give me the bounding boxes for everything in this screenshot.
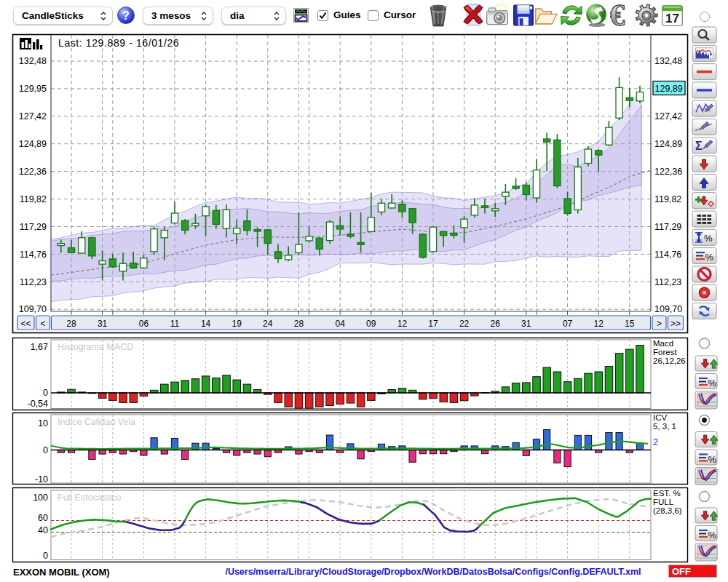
svg-text:Σ: Σ [695, 140, 703, 152]
svg-text:17: 17 [665, 12, 679, 25]
svg-text:%: % [708, 530, 717, 541]
svg-text:€: € [610, 3, 625, 28]
svg-text:%: % [704, 233, 713, 244]
svg-text:%: % [705, 252, 714, 263]
svg-text:%: % [708, 454, 717, 465]
svg-text:%: % [708, 378, 717, 388]
